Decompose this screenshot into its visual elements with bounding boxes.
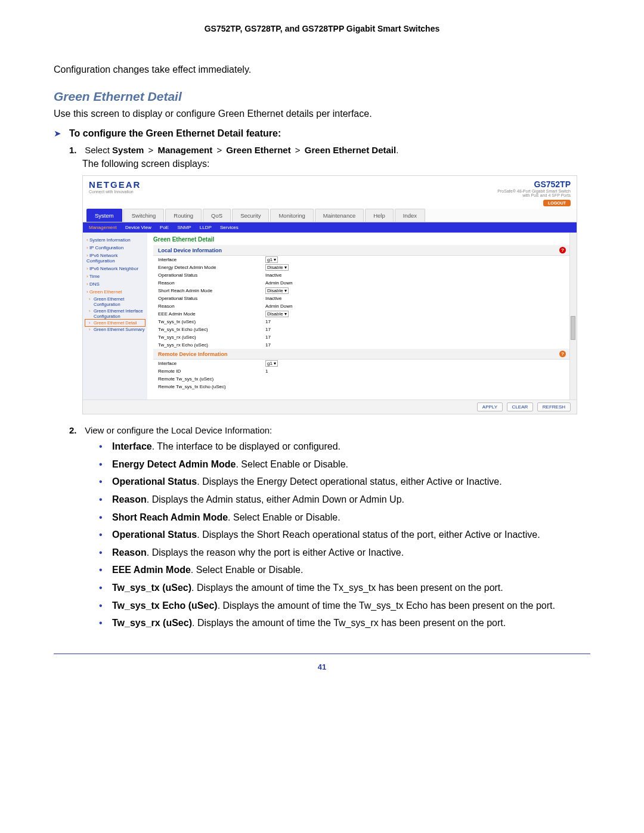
select-field[interactable]: Disable ▾ [265,264,289,271]
subtab-management[interactable]: Management [89,225,117,230]
tab-system[interactable]: System [86,209,122,222]
subtab-lldp[interactable]: LLDP [200,225,212,230]
subtab-poe[interactable]: PoE [160,225,169,230]
sidebar-item-time[interactable]: Time [85,272,145,280]
tab-index[interactable]: Index [395,209,425,222]
step-number: 2. [69,425,82,435]
config-row: Tw_sys_rx Echo (uSec)17 [153,341,571,349]
sidebar-item-ipv6-net[interactable]: IPv6 Network Configuration [85,252,145,265]
local-info-header: Local Device Information ? [153,245,571,256]
embedded-screenshot: NETGEAR Connect with Innovation GS752TP … [82,175,577,414]
tab-routing[interactable]: Routing [165,209,202,222]
local-info-title: Local Device Information [158,247,222,253]
sidebar: System Information IP Configuration IPv6… [83,233,147,400]
refresh-button[interactable]: REFRESH [537,402,571,411]
main-panel: Green Ethernet Detail Local Device Infor… [147,233,577,400]
step-number: 1. [69,145,82,155]
bullet-desc: . Displays the reason why the port is ei… [147,547,404,558]
config-row: EEE Admin ModeDisable ▾ [153,310,571,318]
row-label: Operational Status [158,296,265,301]
bullet-desc: . Displays the Short Reach operational s… [197,529,540,540]
bullet-term: Tw_sys_tx Echo (uSec) [112,600,218,611]
config-row: Interfaceg1 ▾ [153,360,571,367]
bullet-desc: . Select Enable or Disable. [191,565,304,575]
bullet-term: Tw_sys_rx (uSec) [112,618,192,628]
arrow-icon: ➤ [54,128,69,139]
subtab-snmp[interactable]: SNMP [177,225,191,230]
subtab-device-view[interactable]: Device View [125,225,151,230]
subtab-services[interactable]: Services [220,225,239,230]
bullet-item: EEE Admin Mode. Select Enable or Disable… [112,563,590,577]
sidebar-sub-ge-interface[interactable]: Green Ethernet Interface Configuration [85,308,145,320]
clear-button[interactable]: CLEAR [507,402,534,411]
brand-tagline: Connect with Innovation [89,190,141,194]
chevron-icon: > [147,145,156,155]
tab-help[interactable]: Help [365,209,394,222]
bullet-desc: . Displays the amount of time the Tx_sys… [191,583,503,593]
bullet-item: Energy Detect Admin Mode. Select Enable … [112,458,590,471]
bullet-item: Operational Status. Displays the Short R… [112,528,590,541]
bullet-item: Reason. Displays the Admin status, eithe… [112,493,590,506]
row-label: Interface [158,257,265,262]
tab-qos[interactable]: QoS [203,209,231,222]
row-value: 17 [265,335,271,340]
tab-switching[interactable]: Switching [123,209,165,222]
chevron-icon: > [293,145,302,155]
sidebar-item-dns[interactable]: DNS [85,280,145,288]
bullet-item: Tw_sys_rx (uSec). Displays the amount of… [112,617,590,630]
row-label: Remote Tw_sys_tx (uSec) [158,376,265,382]
row-label: Reason [158,280,265,286]
tab-maintenance[interactable]: Maintenance [315,209,364,222]
sidebar-item-ipv6-neighbor[interactable]: IPv6 Network Neighbor [85,265,145,272]
config-row: Tw_sys_tx (uSec)17 [153,318,571,326]
row-value: Admin Down [265,280,292,286]
main-tabs: System Switching Routing QoS Security Mo… [83,209,577,222]
model-desc-1: ProSafe® 48-Port Gigabit Smart Switch [497,189,571,193]
bullet-desc: . The interface to be displayed or confi… [152,441,340,451]
bullet-term: Energy Detect Admin Mode [112,459,236,469]
tab-monitoring[interactable]: Monitoring [270,209,313,222]
config-row: Operational StatusInactive [153,271,571,279]
sidebar-sub-ge-summary[interactable]: Green Ethernet Summary [85,326,145,333]
apply-button[interactable]: APPLY [477,402,503,411]
select-field[interactable]: g1 ▾ [265,360,278,367]
bullet-item: Operational Status. Displays the Energy … [112,475,590,488]
remote-info-title: Remote Device Information [158,351,228,357]
bullet-desc: . Select Enable or Disable. [236,459,348,469]
config-row: Energy Detect Admin ModeDisable ▾ [153,264,571,271]
row-value: 17 [265,342,271,348]
sidebar-sub-ge-detail[interactable]: Green Ethernet Detail [85,320,145,326]
sidebar-item-ip-config[interactable]: IP Configuration [85,244,145,252]
document-header: GS752TP, GS728TP, and GS728TPP Gigabit S… [54,24,590,33]
tab-security[interactable]: Security [232,209,269,222]
row-label: Tw_sys_rx (uSec) [158,335,265,340]
help-icon[interactable]: ? [559,351,566,357]
config-row: Tw_sys_tx Echo (uSec)17 [153,326,571,333]
sidebar-item-system-info[interactable]: System Information [85,236,145,244]
row-label: Tw_sys_tx (uSec) [158,319,265,324]
page-number: 41 [54,662,590,671]
config-row: Operational StatusInactive [153,295,571,302]
help-icon[interactable]: ? [559,247,566,253]
section-heading: Green Ethernet Detail [54,89,590,104]
bullet-item: Tw_sys_tx (uSec). Displays the amount of… [112,581,590,594]
config-row: Remote Tw_sys_tx Echo (uSec) [153,383,571,391]
select-field[interactable]: Disable ▾ [265,311,289,317]
scrollbar[interactable] [569,233,577,400]
breadcrumb-green-ethernet: Green Ethernet [226,145,290,155]
row-value: Admin Down [265,304,292,309]
step-1: 1. Select System > Management > Green Et… [69,145,590,414]
row-label: Reason [158,304,265,309]
model-desc-2: with PoE and 4 SFP Ports [497,193,571,197]
config-row: Remote ID1 [153,367,571,375]
bullet-term: Short Reach Admin Mode [112,512,228,522]
sidebar-sub-ge-config[interactable]: Green Ethernet Configuration [85,296,145,308]
footer-rule [54,654,590,654]
scrollbar-thumb[interactable] [571,316,575,340]
sidebar-item-green-ethernet[interactable]: Green Ethernet [85,288,145,296]
select-field[interactable]: g1 ▾ [265,256,278,263]
logout-button[interactable]: LOGOUT [543,200,571,206]
brand-logo: NETGEAR [89,179,141,190]
select-field[interactable]: Disable ▾ [265,287,289,294]
config-row: ReasonAdmin Down [153,302,571,310]
